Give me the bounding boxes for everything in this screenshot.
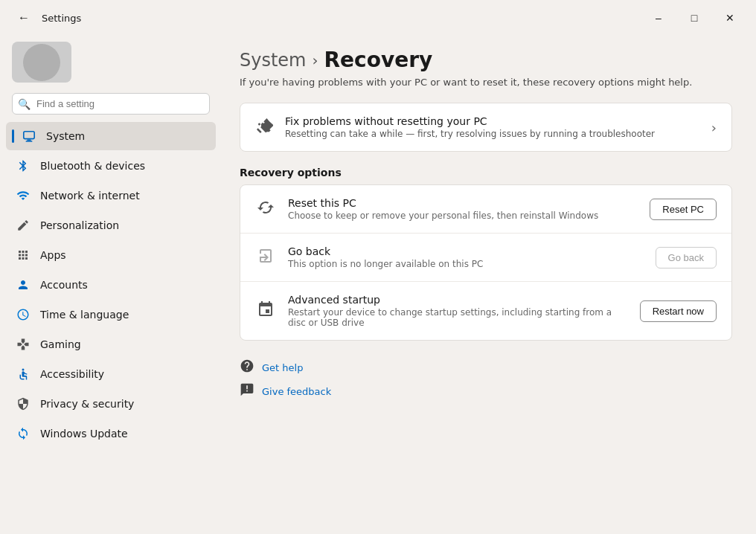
gaming-icon — [15, 336, 31, 353]
option-row-advanced-startup: Advanced startup Restart your device to … — [240, 282, 731, 340]
advanced-startup-text: Advanced startup Restart your device to … — [288, 294, 628, 328]
sidebar-label-gaming: Gaming — [40, 338, 81, 350]
search-box: 🔍 — [12, 93, 210, 115]
reset-icon — [255, 199, 276, 220]
go-back-title: Go back — [288, 245, 644, 257]
give-feedback-label: Give feedback — [262, 386, 331, 397]
give-feedback-link[interactable]: Give feedback — [240, 382, 732, 400]
maximize-button[interactable]: □ — [677, 6, 711, 30]
reset-pc-text: Reset this PC Choose to keep or remove y… — [288, 197, 638, 221]
get-help-icon — [240, 358, 254, 376]
advanced-startup-icon — [255, 300, 276, 322]
accessibility-icon — [15, 366, 31, 382]
breadcrumb-current: Recovery — [324, 48, 433, 72]
go-back-icon — [255, 247, 276, 268]
system-icon — [21, 128, 37, 144]
wrench-icon — [255, 117, 273, 138]
go-back-desc: This option is no longer available on th… — [288, 259, 644, 269]
sidebar-label-accessibility: Accessibility — [40, 368, 104, 380]
sidebar-item-privacy[interactable]: Privacy & security — [6, 390, 216, 418]
sidebar-label-network: Network & internet — [40, 190, 140, 202]
sidebar-item-apps[interactable]: Apps — [6, 241, 216, 269]
option-row-go-back: Go back This option is no longer availab… — [240, 234, 731, 282]
page-subtitle: If you're having problems with your PC o… — [240, 77, 732, 88]
get-help-label: Get help — [262, 362, 303, 373]
option-row-reset: Reset this PC Choose to keep or remove y… — [240, 185, 731, 234]
svg-rect-0 — [24, 132, 34, 139]
accounts-icon — [15, 277, 31, 293]
sidebar-item-accounts[interactable]: Accounts — [6, 271, 216, 299]
network-icon — [15, 187, 31, 204]
app-title: Settings — [42, 13, 81, 24]
search-icon: 🔍 — [18, 98, 31, 110]
fix-problems-desc: Resetting can take a while — first, try … — [285, 129, 699, 139]
apps-icon — [15, 247, 31, 263]
footer-links: Get help Give feedback — [240, 358, 732, 400]
sidebar-label-privacy: Privacy & security — [40, 398, 134, 410]
back-button[interactable]: ← — [12, 6, 36, 30]
svg-rect-1 — [27, 140, 31, 141]
privacy-icon — [15, 396, 31, 412]
sidebar-item-personalization[interactable]: Personalization — [6, 211, 216, 239]
update-icon — [15, 425, 31, 442]
time-icon — [15, 306, 31, 323]
sidebar-label-accounts: Accounts — [40, 279, 88, 291]
reset-pc-desc: Choose to keep or remove your personal f… — [288, 210, 638, 221]
search-input[interactable] — [12, 93, 210, 115]
advanced-startup-desc: Restart your device to change startup se… — [288, 307, 628, 328]
chevron-right-icon: › — [711, 120, 717, 135]
sidebar-item-gaming[interactable]: Gaming — [6, 330, 216, 358]
active-indicator — [12, 129, 14, 143]
fix-problems-text: Fix problems without resetting your PC R… — [285, 115, 699, 139]
breadcrumb-separator: › — [313, 51, 318, 69]
advanced-startup-title: Advanced startup — [288, 294, 628, 306]
sidebar-item-update[interactable]: Windows Update — [6, 419, 216, 448]
sidebar: 🔍 System Bluetooth & devices Network & i… — [0, 33, 216, 534]
app-layout: 🔍 System Bluetooth & devices Network & i… — [0, 33, 756, 534]
give-feedback-icon — [240, 382, 254, 400]
svg-point-3 — [22, 369, 25, 371]
svg-rect-2 — [26, 141, 33, 141]
avatar — [12, 42, 71, 83]
breadcrumb: System › Recovery — [240, 48, 732, 72]
sidebar-item-bluetooth[interactable]: Bluetooth & devices — [6, 152, 216, 180]
sidebar-label-bluetooth: Bluetooth & devices — [40, 160, 145, 172]
personalization-icon — [15, 217, 31, 234]
main-content: System › Recovery If you're having probl… — [216, 33, 756, 534]
sidebar-item-time[interactable]: Time & language — [6, 300, 216, 329]
fix-problems-card[interactable]: Fix problems without resetting your PC R… — [240, 103, 732, 152]
restart-now-button[interactable]: Restart now — [640, 300, 717, 322]
go-back-text: Go back This option is no longer availab… — [288, 245, 644, 269]
close-button[interactable]: ✕ — [713, 6, 747, 30]
bluetooth-icon — [15, 158, 31, 174]
sidebar-label-time: Time & language — [40, 309, 129, 321]
sidebar-label-apps: Apps — [40, 249, 66, 261]
minimize-button[interactable]: – — [641, 6, 676, 30]
get-help-link[interactable]: Get help — [240, 358, 732, 376]
recovery-options-list: Reset this PC Choose to keep or remove y… — [240, 184, 732, 341]
sidebar-label-system: System — [46, 130, 85, 142]
sidebar-label-personalization: Personalization — [40, 219, 119, 231]
reset-pc-title: Reset this PC — [288, 197, 638, 209]
window-controls: – □ ✕ — [641, 6, 747, 30]
sidebar-item-accessibility[interactable]: Accessibility — [6, 360, 216, 388]
reset-pc-button[interactable]: Reset PC — [650, 199, 717, 220]
sidebar-label-update: Windows Update — [40, 428, 128, 440]
breadcrumb-parent[interactable]: System — [240, 50, 307, 71]
sidebar-item-system[interactable]: System — [6, 122, 216, 150]
recovery-options-title: Recovery options — [240, 167, 732, 178]
title-bar: ← Settings – □ ✕ — [0, 0, 756, 33]
go-back-button[interactable]: Go back — [656, 247, 717, 268]
sidebar-item-network[interactable]: Network & internet — [6, 181, 216, 210]
fix-problems-title: Fix problems without resetting your PC — [285, 115, 699, 127]
